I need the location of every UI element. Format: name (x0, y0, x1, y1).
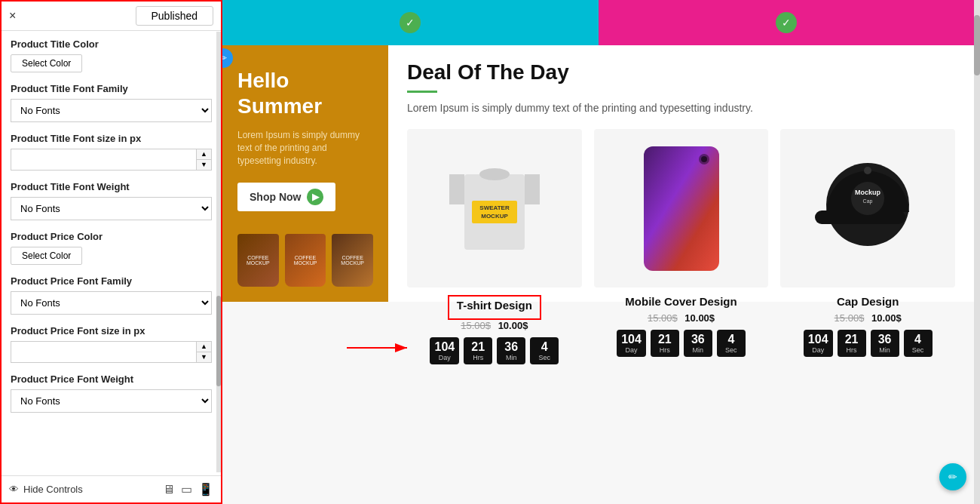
svg-rect-7 (644, 146, 719, 271)
product-price-font-family-label: Product Price Font Family (11, 275, 212, 287)
banner-pink: ✓ (599, 0, 975, 45)
product-price-color-section: Product Price Color Select Color (11, 231, 212, 265)
panel-scrollbar-thumb[interactable] (216, 296, 221, 386)
panel-bottom-bar: 👁 Hide Controls 🖥 ▭ 📱 (2, 475, 221, 502)
phone-price-row: 15.00$ 10.00$ (594, 312, 769, 324)
close-button[interactable]: × (9, 9, 16, 23)
phone-timer: 104 Day 21 Hrs 36 Min 4 (594, 330, 769, 357)
banner-pink-check: ✓ (776, 12, 797, 33)
coffee-cup-2: COFFEE MOCKUP (285, 234, 326, 287)
svg-text:SWEATER: SWEATER (479, 204, 510, 211)
phone-timer-days: 104 Day (617, 330, 646, 357)
tshirt-title-highlighted: T-shirt Design (448, 295, 541, 320)
cap-price-new: 10.00$ (871, 312, 902, 324)
mobile-icon-button[interactable]: 📱 (198, 482, 213, 496)
sweater-svg: SWEATER MOCKUP (449, 144, 540, 272)
tshirt-timer-sec-label: Sec (534, 354, 554, 361)
product-title-font-weight-section: Product Title Font Weight No Fonts Norma… (11, 181, 212, 220)
phone-price-old: 15.00$ (648, 312, 678, 324)
panel-content: Product Title Color Select Color Product… (2, 31, 221, 475)
product-title-font-size-wrap: ▲ ▼ (11, 149, 212, 171)
tshirt-timer-days: 104 Day (430, 337, 459, 364)
hide-controls-label: Hide Controls (23, 484, 83, 495)
top-banners: ✓ ✓ (222, 0, 974, 45)
product-title-color-section: Product Title Color Select Color (11, 38, 212, 72)
coffee-cup-1: COFFEE MOCKUP (237, 234, 279, 287)
product-title-font-family-section: Product Title Font Family No Fonts Arial… (11, 83, 212, 122)
product-title-font-size-spinner: ▲ ▼ (196, 149, 211, 170)
svg-text:Mockup: Mockup (855, 189, 881, 196)
cap-title: Cap Design (780, 295, 955, 308)
promo-card-bottom: COFFEE MOCKUP COFFEE MOCKUP COFFEE MOCKU… (237, 234, 373, 287)
cap-timer-min: 36 Min (871, 330, 899, 357)
phone-timer-min: 36 Min (684, 330, 712, 357)
product-title-color-button[interactable]: Select Color (11, 54, 82, 72)
product-title-font-size-up[interactable]: ▲ (197, 149, 211, 160)
coffee-cup-3: COFFEE MOCKUP (332, 234, 373, 287)
main-content: ✓ ✓ ✏ Hello Summer Lorem Ipsum is simply… (222, 0, 974, 504)
svg-marker-1 (449, 174, 464, 204)
product-price-font-size-section: Product Price Font size in px ▲ ▼ (11, 325, 212, 363)
product-price-font-family-section: Product Price Font Family No Fonts Arial… (11, 275, 212, 315)
product-title-font-weight-select[interactable]: No Fonts Normal Bold Bolder (11, 197, 212, 220)
product-price-font-family-select[interactable]: No Fonts Arial Helvetica (11, 291, 212, 315)
bottom-icons: 🖥 ▭ 📱 (163, 482, 213, 496)
shop-now-button[interactable]: Shop Now ▶ (237, 183, 335, 211)
tshirt-timer-sec: 4 Sec (530, 337, 559, 364)
svg-text:Cap: Cap (863, 198, 873, 204)
product-price-color-label: Product Price Color (11, 231, 212, 242)
deal-subtitle: Lorem Ipsum is simply dummy text of the … (407, 102, 955, 114)
shop-now-arrow-icon: ▶ (307, 189, 323, 205)
hide-controls-button[interactable]: 👁 Hide Controls (9, 484, 83, 495)
svg-marker-2 (525, 174, 540, 204)
edit-overlay-button[interactable]: ✏ (222, 48, 233, 68)
product-price-font-size-spinner: ▲ ▼ (196, 342, 211, 362)
shop-now-label: Shop Now (250, 191, 301, 203)
cap-timer-days: 104 Day (804, 330, 833, 357)
product-title-font-family-label: Product Title Font Family (11, 83, 212, 94)
product-price-font-size-up[interactable]: ▲ (197, 342, 211, 352)
left-panel: × Published Product Title Color Select C… (0, 0, 222, 504)
desktop-icon-button[interactable]: 🖥 (163, 482, 175, 496)
cap-price-row: 15.00$ 10.00$ (780, 312, 955, 324)
product-title-font-family-select[interactable]: No Fonts Arial Helvetica Times New Roman… (11, 99, 212, 122)
right-scrollbar-thumb[interactable] (974, 15, 980, 75)
phone-price-new: 10.00$ (684, 312, 715, 324)
tshirt-timer-hrs-label: Hrs (468, 354, 488, 361)
banner-cyan-check: ✓ (400, 12, 421, 33)
product-price-color-button[interactable]: Select Color (11, 247, 82, 265)
banner-cyan: ✓ (222, 0, 599, 45)
eye-icon: 👁 (9, 484, 19, 495)
phone-timer-sec: 4 Sec (717, 330, 746, 357)
teal-action-button[interactable]: ✏ (939, 463, 966, 490)
published-button[interactable]: Published (136, 6, 214, 26)
deal-section: Deal Of The Day Lorem Ipsum is simply du… (388, 45, 974, 302)
product-price-font-size-down[interactable]: ▼ (197, 352, 211, 362)
phone-svg (640, 143, 723, 275)
product-title-font-size-down[interactable]: ▼ (197, 160, 211, 170)
product-price-font-weight-select[interactable]: No Fonts Normal Bold (11, 389, 212, 413)
svg-text:MOCKUP: MOCKUP (481, 213, 508, 220)
panel-scrollbar (216, 32, 221, 472)
product-title-font-size-input[interactable] (11, 150, 196, 169)
content-area: ✏ Hello Summer Lorem Ipsum is simply dum… (222, 45, 974, 302)
tshirt-timer-hrs-num: 21 (468, 340, 488, 354)
phone-timer-hrs: 21 Hrs (651, 330, 679, 357)
tshirt-timer-min: 36 Min (497, 337, 525, 364)
cap-timer-hrs: 21 Hrs (838, 330, 866, 357)
tshirt-timer-min-num: 36 (501, 340, 521, 354)
deal-underline (407, 91, 437, 93)
promo-body: Lorem Ipsum is simply dummy text of the … (237, 129, 373, 167)
right-scrollbar (974, 0, 980, 504)
cap-price-old: 15.00$ (835, 312, 865, 324)
product-price-font-size-wrap: ▲ ▼ (11, 341, 212, 363)
tshirt-price-old: 15.00$ (461, 320, 491, 331)
product-price-font-size-input[interactable] (11, 343, 196, 361)
product-price-font-size-label: Product Price Font size in px (11, 325, 212, 337)
tshirt-timer-days-num: 104 (434, 340, 455, 354)
tshirt-price-new: 10.00$ (498, 320, 528, 331)
tshirt-price-row: 15.00$ 10.00$ (407, 320, 582, 331)
promo-card: ✏ Hello Summer Lorem Ipsum is simply dum… (222, 45, 388, 302)
tablet-icon-button[interactable]: ▭ (181, 482, 192, 496)
products-row: SWEATER MOCKUP T-shirt Design 15.00$ 10.… (407, 129, 955, 364)
